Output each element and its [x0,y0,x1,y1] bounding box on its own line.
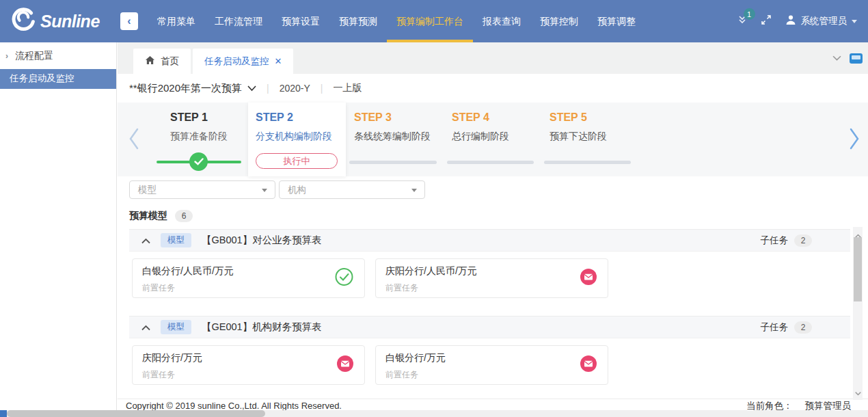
menu-item-workflow[interactable]: 工作流管理 [205,0,272,42]
model-panel-ge001: 模型 【GE001】机构财务预算表 子任务 2 庆阳分行/万元 前置任务 白银分… [129,316,850,385]
caret-down-icon [262,189,267,192]
tab-label: 首页 [161,55,179,68]
notifications-button[interactable]: 1 [737,15,747,27]
model-count-badge: 6 [175,210,193,222]
sidebar-group-process-config[interactable]: › 流程配置 [0,42,116,69]
step-label: 分支机构编制阶段 [248,131,346,143]
wizard-step-3[interactable]: STEP 3 条线统筹编制阶段 [349,103,437,176]
task-card[interactable]: 庆阳分行/人民币/万元 前置任务 [375,258,608,298]
menu-collapse-button[interactable]: ‹ [120,12,138,30]
separator: | [321,83,323,94]
subtask-count-badge: 2 [794,321,812,334]
fullscreen-button[interactable] [761,14,772,28]
vertical-scrollbar[interactable] [853,227,863,400]
caret-down-icon [411,189,417,192]
tab-bar: 首页 任务启动及监控 ✕ [118,42,868,74]
scrollbar-thumb[interactable] [7,410,265,417]
menu-item-budget-workbench[interactable]: 预算编制工作台 [387,0,473,42]
model-tag: 模型 [161,233,191,247]
menu-item-budget-setup[interactable]: 预算设置 [272,0,329,42]
task-subtitle: 前置任务 [142,282,355,294]
step-number: STEP 1 [157,111,241,124]
filter-row: 模型 机构 [118,176,868,202]
scrollbar-thumb[interactable] [854,237,862,301]
panel-title: 【GE001】机构财务预算表 [202,321,322,334]
wizard-next-icon[interactable] [849,128,860,152]
user-menu[interactable]: 系统管理员 [785,14,858,28]
sidebar-group-label: 流程配置 [15,50,53,62]
step-progress-pending [544,161,631,164]
tabs-dropdown-icon[interactable] [832,52,841,64]
chevron-up-icon[interactable] [141,234,150,247]
wizard-step-2-current[interactable]: STEP 2 分支机构编制阶段 执行中 [248,103,346,176]
budget-version: 一上版 [333,82,362,94]
task-card[interactable]: 庆阳分行/万元 前置任务 [132,345,365,385]
wizard-step-5[interactable]: STEP 5 预算下达阶段 [544,103,631,176]
brand-name: Sunline [40,12,100,31]
mail-status-icon [337,355,353,375]
menu-item-budget-adjust[interactable]: 预算调整 [588,0,645,42]
tab-task-monitor[interactable]: 任务启动及监控 ✕ [193,49,293,74]
step-label: 预算下达阶段 [544,131,631,143]
budget-name: **银行2020年第一次预算 [129,82,242,95]
close-icon[interactable]: ✕ [275,56,282,66]
tab-label: 任务启动及监控 [204,55,269,68]
menu-item-budget-control[interactable]: 预算控制 [530,0,588,42]
task-title: 白银分行/万元 [385,352,598,364]
menu-item-report-query[interactable]: 报表查询 [473,0,530,42]
horizontal-scrollbar[interactable] [0,410,868,417]
expand-arrows-icon [761,14,772,28]
navbar-right-tools: 1 系统管理员 [737,14,868,28]
subtask-counter: 子任务 2 [761,321,813,334]
sunline-logo-icon [11,8,36,35]
mail-status-icon [580,355,597,375]
task-card[interactable]: 白银分行/人民币/万元 前置任务 [132,258,365,298]
notification-count-badge: 1 [744,8,755,20]
chevron-down-icon [852,20,857,23]
page-footer: Copyright © 2019 sunline Co.,Ltd. All Ri… [118,399,868,411]
mail-status-icon [580,269,597,288]
panel-header[interactable]: 模型 【GB001】对公业务预算表 子任务 2 [129,229,850,252]
user-name: 系统管理员 [801,15,847,27]
home-icon [145,55,155,67]
step-label: 预算准备阶段 [157,131,241,143]
tab-home[interactable]: 首页 [133,49,191,74]
sidebar-item-task-monitor[interactable]: 任务启动及监控 [0,69,116,89]
panel-title: 【GB001】对公业务预算表 [202,234,322,247]
task-title: 庆阳分行/万元 [142,352,355,364]
model-tag: 模型 [161,320,191,334]
task-title: 白银分行/人民币/万元 [142,265,355,278]
wizard-prev-icon[interactable] [128,128,139,152]
step-number: STEP 2 [248,111,346,124]
task-card-list: 白银分行/人民币/万元 前置任务 庆阳分行/人民币/万元 前置任务 [129,258,850,298]
menu-item-common[interactable]: 常用菜单 [148,0,205,42]
chevron-down-icon [247,85,256,92]
toggle-layout-icon[interactable] [850,53,863,64]
main-area: 首页 任务启动及监控 ✕ **银行2020年第一次预算 | 2020-Y | 一… [118,42,868,417]
task-subtitle: 前置任务 [385,369,598,381]
tab-bar-tools [832,52,868,64]
separator: | [267,83,269,94]
panel-header[interactable]: 模型 【GE001】机构财务预算表 子任务 2 [129,316,850,338]
step-number: STEP 4 [447,111,534,124]
wizard-step-1[interactable]: STEP 1 预算准备阶段 [157,103,241,176]
org-select[interactable]: 机构 [279,180,425,199]
chevron-up-icon[interactable] [141,321,150,334]
scroll-down-icon[interactable] [854,386,861,399]
task-card[interactable]: 白银分行/万元 前置任务 [375,345,608,385]
task-title: 庆阳分行/人民币/万元 [385,265,598,278]
check-circle-icon [189,152,208,171]
wizard-step-4[interactable]: STEP 4 总行编制阶段 [447,103,534,176]
budget-selector[interactable]: **银行2020年第一次预算 [129,82,256,95]
step-label: 条线统筹编制阶段 [349,131,437,143]
main-menu: 常用菜单 工作流管理 预算设置 预算预测 预算编制工作台 报表查询 预算控制 预… [148,0,645,42]
select-placeholder: 模型 [138,184,157,196]
subtask-label: 子任务 [761,321,789,334]
model-select[interactable]: 模型 [129,180,275,199]
sidebar-item-label: 任务启动及监控 [10,73,74,83]
menu-item-budget-forecast[interactable]: 预算预测 [329,0,387,42]
model-panel-gb001: 模型 【GB001】对公业务预算表 子任务 2 白银分行/人民币/万元 前置任务… [129,229,850,298]
copyright-text: Copyright © 2019 sunline Co.,Ltd. All Ri… [126,401,342,411]
step-progress-pending [447,161,534,164]
scrollbar-corner [0,410,7,417]
